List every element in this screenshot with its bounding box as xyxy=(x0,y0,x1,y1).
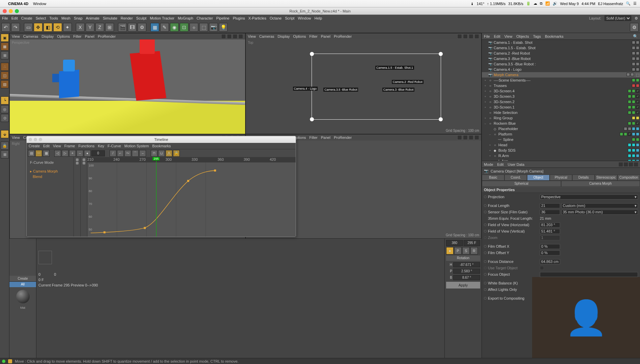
projection-select[interactable]: Perspective▾ xyxy=(540,194,638,200)
workplane-mode-button[interactable]: ⊞ xyxy=(1,51,9,59)
enable-checkbox[interactable]: ✓ xyxy=(636,100,639,103)
tl-menu-f-curve[interactable]: F-Curve xyxy=(108,144,121,148)
tree-expand-icon[interactable]: + xyxy=(484,95,487,98)
offset-y-input[interactable]: 0 % xyxy=(540,250,560,255)
visibility-dot[interactable] xyxy=(624,132,627,136)
vp-zoom-icon[interactable] xyxy=(227,34,232,39)
attr-tab-stereoscopic[interactable]: Stereoscopic xyxy=(595,175,617,181)
visibility-dot[interactable] xyxy=(628,100,631,103)
vp-menu-options[interactable]: Options xyxy=(57,34,70,38)
tree-row[interactable]: +○Trusses xyxy=(482,83,640,88)
tl-min-button[interactable] xyxy=(34,138,37,141)
visibility-dot[interactable] xyxy=(632,57,635,60)
visibility-dot[interactable] xyxy=(627,73,630,76)
visibility-dot[interactable] xyxy=(632,62,635,66)
tree-label[interactable]: Camera.2 -Red Robot xyxy=(494,51,631,55)
tl-track-camera-morph[interactable]: ▸ Camera Morph xyxy=(29,169,71,174)
sensor-input[interactable]: 36 xyxy=(540,210,560,215)
layout-gear-icon[interactable]: ⚙ xyxy=(635,16,638,21)
tag-icon[interactable] xyxy=(636,143,639,147)
light-button[interactable]: 💡 xyxy=(219,23,228,32)
menu-file[interactable]: File xyxy=(2,16,8,20)
attr-fwd-icon[interactable] xyxy=(624,162,628,166)
tl-linear-icon[interactable]: / xyxy=(110,150,116,157)
vp-rotate-icon[interactable] xyxy=(233,34,237,39)
visibility-dot[interactable] xyxy=(628,143,631,147)
wifi-icon[interactable]: 📶 xyxy=(545,1,550,6)
undo-button[interactable]: ↶ xyxy=(1,23,10,32)
visibility-dot[interactable] xyxy=(632,41,635,44)
menu-animate[interactable]: Animate xyxy=(86,16,99,20)
notifications-icon[interactable]: ☰ xyxy=(633,1,637,6)
tl-menu-create[interactable]: Create xyxy=(29,144,40,148)
model-mode-button[interactable]: ▣ xyxy=(1,34,9,42)
tl-add-key-icon[interactable]: + xyxy=(69,150,76,157)
tl-break-icon[interactable]: ⋀ xyxy=(166,150,172,157)
tree-row[interactable]: ○Hide Selection✓ xyxy=(482,110,640,115)
spotlight-icon[interactable]: 🔍 xyxy=(626,1,631,6)
visibility-dot[interactable] xyxy=(632,52,635,55)
tree-expand-icon[interactable]: + xyxy=(484,79,487,82)
visibility-dot[interactable] xyxy=(628,149,631,152)
menu-window[interactable]: Window xyxy=(298,16,311,20)
om-menu-objects[interactable]: Objects xyxy=(516,34,529,38)
enable-checkbox[interactable]: ✓ xyxy=(636,122,639,125)
tree-label[interactable]: Rockem Blue xyxy=(494,121,627,125)
tree-expand-icon[interactable]: – xyxy=(484,122,487,125)
volume-icon[interactable]: 🔊 xyxy=(553,1,557,6)
visibility-dot[interactable] xyxy=(628,154,631,157)
material-preview[interactable] xyxy=(16,290,30,303)
attr-menu-user-data[interactable]: User Data xyxy=(508,162,525,166)
close-button[interactable] xyxy=(3,9,7,13)
render-settings-button[interactable]: ⚙ xyxy=(138,23,146,32)
visibility-dot[interactable] xyxy=(632,79,635,82)
tl-frame-input[interactable] xyxy=(91,150,105,156)
visibility-dot[interactable] xyxy=(632,105,635,109)
point-mode-button[interactable]: ∴ xyxy=(1,63,9,71)
tl-motion-icon[interactable]: ▦ xyxy=(43,150,50,157)
visibility-dot[interactable] xyxy=(628,95,631,98)
tree-label[interactable]: Ring Group xyxy=(494,116,631,120)
vp-menu-prorender[interactable]: ProRender xyxy=(334,34,352,38)
vp-menu-filter[interactable]: Filter xyxy=(309,34,317,38)
tree-expand-icon[interactable]: + xyxy=(484,84,487,87)
tree-expand-icon[interactable]: + xyxy=(484,90,487,93)
offset-x-input[interactable]: 0 % xyxy=(540,244,560,249)
menu-plugins[interactable]: Plugins xyxy=(233,16,245,20)
tree-row[interactable]: ◇Placeholder xyxy=(482,126,640,131)
tl-menu-bookmarks[interactable]: Bookmarks xyxy=(152,144,171,148)
scale-tool[interactable]: ◧ xyxy=(43,23,52,32)
visibility-dot[interactable] xyxy=(636,138,639,141)
tree-row[interactable]: +○Ring Group xyxy=(482,115,640,121)
tree-label[interactable]: Platform xyxy=(498,132,619,136)
tree-expand-icon[interactable]: – xyxy=(488,133,492,136)
make-editable-button[interactable]: ⬙ xyxy=(1,130,9,138)
tl-rec-key-icon[interactable]: ● xyxy=(84,150,91,157)
tree-row[interactable]: +○3D-Screen.1✓ xyxy=(482,104,640,110)
tree-expand-icon[interactable]: + xyxy=(488,154,492,157)
visibility-dot[interactable] xyxy=(632,68,635,71)
visibility-dot[interactable] xyxy=(632,154,635,157)
vp-menu-panel[interactable]: Panel xyxy=(85,34,94,38)
tl-ease-out-icon[interactable]: ⌣ xyxy=(139,150,146,157)
vp-menu-prorender[interactable]: ProRender xyxy=(98,34,116,38)
tree-row[interactable]: 📷Camera.4 - Logo xyxy=(482,67,640,72)
visibility-dot[interactable] xyxy=(636,62,639,66)
redo-button[interactable]: ↷ xyxy=(11,23,20,32)
visibility-dot[interactable] xyxy=(636,41,639,44)
pen-tool-button[interactable]: ✎ xyxy=(160,23,169,32)
tag-icon[interactable] xyxy=(636,132,639,136)
sensor-unit-select[interactable]: 35 mm Photo (36.0 mm)▾ xyxy=(561,210,638,215)
mat-all-tab[interactable]: All xyxy=(9,282,36,287)
tl-ease-in-icon[interactable]: ⌒ xyxy=(132,150,139,157)
tl-spline-icon[interactable]: 〜 xyxy=(124,150,131,157)
attr-tab-details[interactable]: Details xyxy=(572,175,595,181)
material-name[interactable]: Mat xyxy=(9,306,36,309)
menu-mesh[interactable]: Mesh xyxy=(61,16,70,20)
focal-length-input[interactable]: 21 xyxy=(540,203,560,208)
enable-checkbox[interactable]: ✓ xyxy=(636,89,639,93)
tl-auto-icon[interactable]: ⊔ xyxy=(158,150,165,157)
vp-menu-view[interactable]: View xyxy=(12,34,20,38)
visibility-dot[interactable] xyxy=(636,79,639,82)
live-select-tool[interactable]: ▭ xyxy=(24,23,33,32)
